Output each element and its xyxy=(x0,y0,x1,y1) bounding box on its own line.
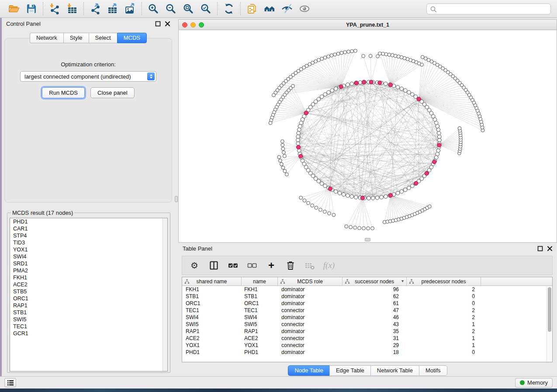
tab-style[interactable]: Style xyxy=(63,33,89,43)
close-panel-icon[interactable] xyxy=(165,21,170,27)
export-network-button[interactable] xyxy=(86,2,104,16)
node[interactable] xyxy=(436,152,439,156)
horizontal-splitter-grip[interactable] xyxy=(365,238,370,241)
column-header-name[interactable]: name xyxy=(242,277,278,285)
node[interactable] xyxy=(350,49,354,53)
close-panel-button[interactable]: Close panel xyxy=(90,87,135,98)
node[interactable] xyxy=(334,87,338,91)
node[interactable] xyxy=(404,188,408,192)
node[interactable] xyxy=(438,138,442,142)
node[interactable] xyxy=(404,89,408,93)
node[interactable] xyxy=(375,196,379,200)
node[interactable] xyxy=(342,193,346,196)
mcds-result-item[interactable]: STB1 xyxy=(10,309,167,316)
node[interactable] xyxy=(323,93,327,96)
column-header-predecessor-nodes[interactable]: predecessor nodes xyxy=(407,277,481,285)
column-header-successor-nodes[interactable]: successor nodes▾ xyxy=(343,277,407,285)
vertical-splitter[interactable] xyxy=(175,18,178,376)
zoom-fit-button[interactable] xyxy=(180,2,197,16)
node[interactable] xyxy=(269,121,272,125)
node[interactable] xyxy=(400,190,404,194)
float-panel-icon[interactable] xyxy=(537,246,543,251)
node[interactable] xyxy=(296,135,300,139)
table-row-ORC1[interactable]: ORC1ORC1dominator610 xyxy=(182,300,552,307)
node[interactable] xyxy=(394,54,397,58)
network-graph[interactable] xyxy=(179,30,557,242)
show-all-button[interactable] xyxy=(296,2,313,16)
node[interactable] xyxy=(407,90,411,94)
column-view-button[interactable] xyxy=(208,260,219,271)
open-folder-button[interactable] xyxy=(5,2,23,16)
mcds-result-item[interactable]: TEC1 xyxy=(10,323,167,330)
import-table-button[interactable] xyxy=(63,2,81,16)
window-minimize-button[interactable] xyxy=(190,22,196,28)
node[interactable] xyxy=(428,205,432,208)
node[interactable] xyxy=(311,204,314,207)
table-row-TEC1[interactable]: TEC1TEC1connector472 xyxy=(182,307,552,314)
node[interactable] xyxy=(307,201,310,205)
node[interactable] xyxy=(397,55,400,58)
mcds-result-item[interactable]: GCR1 xyxy=(10,330,167,337)
node[interactable] xyxy=(384,195,388,199)
table-row-SWI5[interactable]: SWI5SWI5connector431 xyxy=(182,321,552,328)
column-header-shared-name[interactable]: shared name xyxy=(182,277,242,285)
node[interactable] xyxy=(298,124,302,128)
node[interactable] xyxy=(387,53,391,56)
mcds-node[interactable] xyxy=(299,154,303,158)
mcds-node[interactable] xyxy=(360,196,364,200)
node[interactable] xyxy=(296,142,300,146)
node[interactable] xyxy=(371,196,375,200)
mcds-node[interactable] xyxy=(304,111,308,115)
node[interactable] xyxy=(303,199,306,202)
node[interactable] xyxy=(384,82,388,86)
mcds-node[interactable] xyxy=(328,187,332,191)
node[interactable] xyxy=(358,227,361,230)
mcds-node[interactable] xyxy=(414,181,418,185)
memory-button[interactable]: Memory xyxy=(515,378,553,388)
zoom-out-button[interactable] xyxy=(162,2,180,16)
import-network-button[interactable] xyxy=(46,2,63,16)
node[interactable] xyxy=(281,143,284,147)
export-table-button[interactable] xyxy=(104,2,121,16)
export-image-button[interactable] xyxy=(121,2,139,16)
node[interactable] xyxy=(436,124,439,128)
gear-button[interactable]: ⚙ xyxy=(189,260,200,271)
delete-table-button[interactable] xyxy=(304,260,315,271)
mcds-node[interactable] xyxy=(362,80,366,84)
node[interactable] xyxy=(434,155,438,159)
node[interactable] xyxy=(436,149,440,153)
node[interactable] xyxy=(381,52,385,55)
splitter-grip[interactable] xyxy=(175,196,178,202)
node[interactable] xyxy=(282,151,286,154)
node[interactable] xyxy=(380,196,384,199)
close-panel-icon[interactable] xyxy=(547,246,553,251)
mcds-node[interactable] xyxy=(339,85,343,89)
node[interactable] xyxy=(350,195,354,199)
node[interactable] xyxy=(281,147,285,151)
mcds-node[interactable] xyxy=(354,81,358,85)
tab-network[interactable]: Network xyxy=(30,33,63,43)
node[interactable] xyxy=(338,191,342,195)
mcds-node[interactable] xyxy=(425,172,429,175)
mcds-node[interactable] xyxy=(369,80,373,84)
window-close-button[interactable] xyxy=(182,22,187,28)
node[interactable] xyxy=(369,54,372,58)
node[interactable] xyxy=(327,90,331,94)
node[interactable] xyxy=(327,55,330,58)
node[interactable] xyxy=(358,81,362,85)
table-row-YOX1[interactable]: YOX1YOX1connector291 xyxy=(182,342,552,349)
node[interactable] xyxy=(280,162,284,166)
mcds-result-item[interactable]: PMA2 xyxy=(10,267,167,274)
panel-list-button[interactable] xyxy=(4,378,16,387)
node-table[interactable]: shared namenameMCDS rolesuccessor nodes▾… xyxy=(182,277,553,362)
tab-network-table[interactable]: Network Table xyxy=(370,365,419,376)
node[interactable] xyxy=(281,140,284,143)
node[interactable] xyxy=(437,135,441,139)
node[interactable] xyxy=(367,227,370,230)
mcds-result-item[interactable]: SWI5 xyxy=(10,316,167,323)
node[interactable] xyxy=(354,49,357,53)
mcds-result-item[interactable]: RAP1 xyxy=(10,302,167,309)
node[interactable] xyxy=(421,55,424,59)
table-row-STB1[interactable]: STB1STB1dominator620 xyxy=(182,293,552,300)
node[interactable] xyxy=(458,127,461,130)
